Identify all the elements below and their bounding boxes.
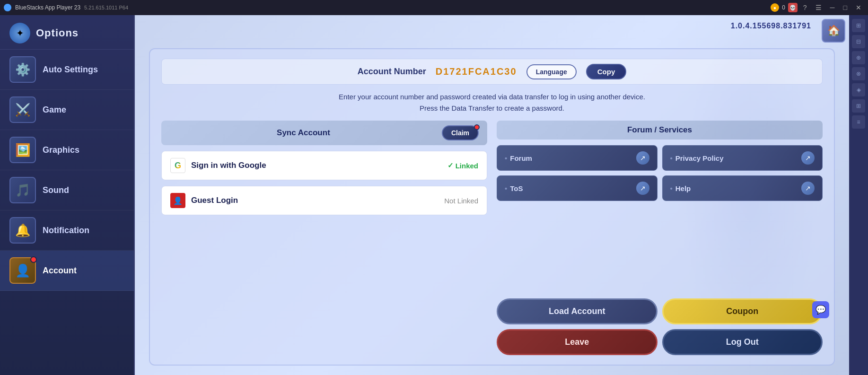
sidebar-item-game[interactable]: ⚔️ Game <box>0 90 134 130</box>
help-button[interactable]: Help ↗ <box>662 175 823 201</box>
discord-button[interactable]: 💬 <box>812 301 829 318</box>
sidebar-item-account[interactable]: 👤 Account <box>0 251 134 291</box>
content-area: 1.0.4.155698.831791 🏠 Account Number D17… <box>135 15 849 375</box>
sidebar: ✦ Options ⚙️ Auto Settings ⚔️ Game 🖼️ Gr… <box>0 15 135 375</box>
forum-services-header: Forum / Services <box>497 121 823 140</box>
two-col-layout: Sync Account Claim G Sign in with Google <box>161 121 823 355</box>
guest-icon: 👤 <box>170 193 185 208</box>
guest-login-row[interactable]: 👤 Guest Login Not Linked <box>161 186 487 215</box>
forum-btn-label: Forum <box>505 154 532 162</box>
help-icon[interactable]: ? <box>800 3 810 12</box>
tos-btn-label: ToS <box>505 184 523 192</box>
language-button[interactable]: Language <box>526 64 577 79</box>
right-side-icon-7[interactable]: ≡ <box>852 115 865 129</box>
right-side-icon-3[interactable]: ⊕ <box>852 51 865 64</box>
coupon-button[interactable]: Coupon <box>662 298 823 324</box>
left-col: Sync Account Claim G Sign in with Google <box>161 121 487 355</box>
help-btn-label: Help <box>670 184 691 192</box>
help-arrow-icon: ↗ <box>801 182 815 195</box>
checkmark-icon: ✓ <box>447 161 454 170</box>
sidebar-item-sound-label: Sound <box>43 185 69 195</box>
forum-grid: Forum ↗ Privacy Policy ↗ ToS ↗ Help <box>497 145 823 201</box>
right-side-icon-2[interactable]: ⊟ <box>852 35 865 48</box>
account-number-value: D1721FCA1C30 <box>436 66 517 77</box>
tos-button[interactable]: ToS ↗ <box>497 175 658 201</box>
right-side-icon-6[interactable]: ⊞ <box>852 99 865 113</box>
sidebar-item-notification[interactable]: 🔔 Notification <box>0 210 134 251</box>
sidebar-item-sound[interactable]: 🎵 Sound <box>0 170 134 210</box>
home-button[interactable]: 🏠 <box>822 19 845 43</box>
log-out-button[interactable]: Log Out <box>662 329 823 355</box>
sidebar-logo: ✦ <box>9 23 30 44</box>
main-panel: Account Number D1721FCA1C30 Language Cop… <box>149 48 835 366</box>
close-icon[interactable]: ✕ <box>853 3 864 12</box>
minimize-icon[interactable]: ─ <box>827 3 838 12</box>
sync-account-header: Sync Account Claim <box>161 121 487 145</box>
privacy-btn-label: Privacy Policy <box>670 154 724 162</box>
app-body: ✦ Options ⚙️ Auto Settings ⚔️ Game 🖼️ Gr… <box>0 15 868 375</box>
guest-login-label: Guest Login <box>191 196 438 205</box>
account-number-row: Account Number D1721FCA1C30 Language Cop… <box>161 59 823 85</box>
app-name: BlueStacks App Player 23 <box>15 4 80 11</box>
graphics-icon: 🖼️ <box>9 137 36 163</box>
sync-account-label: Sync Account <box>170 128 437 138</box>
load-account-button[interactable]: Load Account <box>497 298 658 324</box>
sidebar-item-auto-settings-label: Auto Settings <box>43 65 98 75</box>
sidebar-item-graphics[interactable]: 🖼️ Graphics <box>0 130 134 170</box>
auto-settings-icon: ⚙️ <box>9 56 36 83</box>
copy-button[interactable]: Copy <box>586 64 627 79</box>
claim-notification-dot <box>474 124 480 130</box>
title-bar: BlueStacks App Player 23 5.21.615.1011 P… <box>0 0 868 15</box>
guest-not-linked-status: Not Linked <box>444 197 478 205</box>
sound-icon: 🎵 <box>9 177 36 203</box>
app-icon <box>4 4 11 11</box>
right-side-icon-1[interactable]: ⊞ <box>852 19 865 32</box>
coin-icon: ● <box>771 3 779 12</box>
sidebar-item-auto-settings[interactable]: ⚙️ Auto Settings <box>0 50 134 90</box>
game-icon: ⚔️ <box>9 96 36 123</box>
account-notification-dot <box>30 256 37 263</box>
sidebar-item-graphics-label: Graphics <box>43 145 79 155</box>
account-icon: 👤 <box>9 257 36 284</box>
tos-arrow-icon: ↗ <box>636 182 649 195</box>
description-text: Enter your account number and password c… <box>161 91 823 114</box>
description-line1: Enter your account number and password c… <box>161 91 823 103</box>
privacy-arrow-icon: ↗ <box>801 151 815 165</box>
google-login-label: Sign in with Google <box>191 161 442 170</box>
action-buttons: Load Account Coupon Leave Log Out <box>497 298 823 355</box>
claim-button[interactable]: Claim <box>442 125 479 140</box>
sidebar-item-notification-label: Notification <box>43 226 89 235</box>
right-side-icon-5[interactable]: ◈ <box>852 83 865 96</box>
google-icon: G <box>170 158 185 173</box>
menu-icon[interactable]: ☰ <box>813 3 824 12</box>
sidebar-title: Options <box>36 27 79 39</box>
leave-button[interactable]: Leave <box>497 329 658 355</box>
skull-icon: 💀 <box>788 3 798 12</box>
right-side-icon-4[interactable]: ⊗ <box>852 67 865 80</box>
title-bar-controls: ● 0 💀 ? ☰ ─ □ ✕ <box>771 3 864 12</box>
google-login-row[interactable]: G Sign in with Google ✓ Linked <box>161 151 487 180</box>
coin-count: 0 <box>782 4 785 11</box>
notification-icon: 🔔 <box>9 217 36 244</box>
app-version: 5.21.615.1011 P64 <box>84 5 128 10</box>
forum-services-label: Forum / Services <box>505 125 814 135</box>
right-sidebar: ⊞ ⊟ ⊕ ⊗ ◈ ⊞ ≡ <box>849 15 868 375</box>
sidebar-item-account-label: Account <box>43 266 77 276</box>
forum-arrow-icon: ↗ <box>636 151 649 165</box>
privacy-policy-button[interactable]: Privacy Policy ↗ <box>662 145 823 171</box>
description-line2: Press the Data Transfer to create a pass… <box>161 103 823 114</box>
maximize-icon[interactable]: □ <box>841 3 850 12</box>
version-number: 1.0.4.155698.831791 <box>731 22 811 30</box>
sidebar-item-game-label: Game <box>43 105 66 115</box>
right-col: Forum / Services Forum ↗ Privacy Policy … <box>497 121 823 355</box>
account-number-label: Account Number <box>358 67 426 77</box>
sidebar-header: ✦ Options <box>0 15 134 50</box>
google-linked-status: ✓ Linked <box>447 161 478 170</box>
forum-button[interactable]: Forum ↗ <box>497 145 658 171</box>
